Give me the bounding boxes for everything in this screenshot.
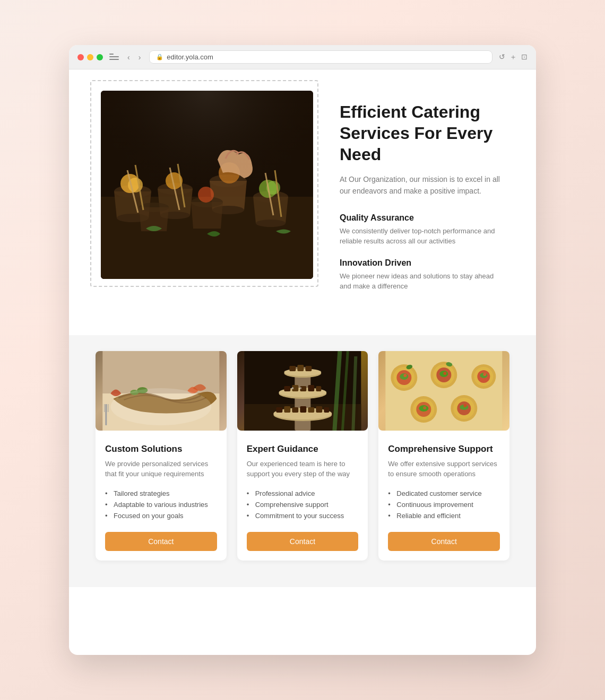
card-2-title: Expert Guidance — [247, 444, 359, 454]
svg-rect-58 — [324, 407, 329, 413]
svg-rect-29 — [104, 404, 105, 412]
svg-rect-30 — [106, 404, 107, 412]
card-custom-solutions: Custom Solutions We provide personalized… — [96, 351, 227, 561]
browser-content: Efficient Catering Services For Every Ne… — [69, 69, 536, 587]
share-button[interactable]: ⊡ — [521, 52, 528, 62]
svg-rect-25 — [101, 91, 313, 279]
browser-nav-controls: ‹ › — [125, 52, 143, 63]
browser-window: ‹ › 🔒 editor.yola.com ↺ ＋ ⊡ — [69, 45, 536, 655]
lock-icon: 🔒 — [156, 54, 163, 60]
card-1-desc: We provide personalized services that fi… — [105, 459, 217, 479]
browser-actions: ↺ ＋ ⊡ — [499, 52, 528, 62]
feature-quality-title: Quality Assurance — [340, 213, 504, 223]
list-item: Adaptable to various industries — [105, 499, 217, 510]
hero-title: Efficient Catering Services For Every Ne… — [340, 101, 504, 165]
list-item: Focused on your goals — [105, 510, 217, 521]
list-item: Professional advice — [247, 488, 359, 499]
minimize-button[interactable] — [87, 54, 93, 60]
card-3-list: Dedicated customer service Continuous im… — [388, 488, 500, 521]
browser-toolbar: ‹ › 🔒 editor.yola.com ↺ ＋ ⊡ — [69, 45, 536, 69]
cards-section: Custom Solutions We provide personalized… — [69, 335, 536, 587]
card-image-3 — [378, 351, 509, 431]
traffic-lights — [77, 54, 103, 60]
list-item: Comprehensive support — [247, 499, 359, 510]
hero-image — [101, 91, 313, 279]
card-3-body: Comprehensive Support We offer extensive… — [378, 433, 509, 561]
feature-innovation: Innovation Driven We pioneer new ideas a… — [340, 258, 504, 292]
card-1-body: Custom Solutions We provide personalized… — [96, 433, 227, 561]
list-item: Commitment to your success — [247, 510, 359, 521]
close-button[interactable] — [77, 54, 84, 60]
hero-image-container — [101, 91, 313, 279]
svg-rect-53 — [284, 406, 290, 413]
card-2-contact-button[interactable]: Contact — [247, 532, 359, 551]
card-1-list: Tailored strategies Adaptable to various… — [105, 488, 217, 521]
card-image-2 — [237, 351, 368, 431]
feature-quality: Quality Assurance We consistently delive… — [340, 213, 504, 247]
card-2-list: Professional advice Comprehensive suppor… — [247, 488, 359, 521]
forward-button[interactable]: › — [136, 52, 143, 63]
svg-point-87 — [444, 372, 447, 375]
svg-rect-47 — [284, 386, 290, 391]
reload-button[interactable]: ↺ — [499, 52, 505, 62]
list-item: Dedicated customer service — [388, 488, 500, 499]
card-2-desc: Our experienced team is here to support … — [247, 459, 359, 479]
svg-point-89 — [464, 404, 467, 407]
svg-point-60 — [299, 387, 301, 389]
maximize-button[interactable] — [97, 54, 103, 60]
feature-innovation-desc: We pioneer new ideas and solutions to st… — [340, 271, 504, 292]
feature-innovation-title: Innovation Driven — [340, 258, 504, 268]
svg-point-59 — [291, 387, 293, 389]
back-button[interactable]: ‹ — [125, 52, 132, 63]
cards-grid: Custom Solutions We provide personalized… — [96, 351, 509, 561]
card-comprehensive-support: Comprehensive Support We offer extensive… — [378, 351, 509, 561]
card-1-contact-button[interactable]: Contact — [105, 532, 217, 551]
card-1-title: Custom Solutions — [105, 444, 217, 454]
hero-section: Efficient Catering Services For Every Ne… — [69, 69, 536, 335]
list-item: Continuous improvement — [388, 499, 500, 510]
card-expert-guidance: Expert Guidance Our experienced team is … — [237, 351, 368, 561]
hero-text: Efficient Catering Services For Every Ne… — [340, 91, 504, 303]
list-item: Tailored strategies — [105, 488, 217, 499]
add-tab-button[interactable]: ＋ — [509, 52, 517, 62]
url-text: editor.yola.com — [167, 53, 213, 61]
card-image-1 — [96, 351, 227, 431]
svg-rect-54 — [292, 407, 298, 413]
svg-rect-57 — [316, 406, 322, 413]
address-bar[interactable]: 🔒 editor.yola.com — [149, 50, 492, 64]
sidebar-toggle-icon[interactable] — [109, 54, 119, 61]
svg-point-81 — [424, 406, 427, 409]
svg-rect-45 — [297, 365, 304, 371]
svg-point-34 — [110, 388, 211, 425]
svg-rect-52 — [276, 407, 282, 413]
card-3-desc: We offer extensive support services to e… — [388, 459, 500, 479]
svg-point-88 — [483, 373, 487, 376]
svg-rect-51 — [316, 386, 321, 391]
svg-rect-55 — [300, 406, 306, 413]
svg-rect-50 — [308, 385, 314, 391]
card-3-contact-button[interactable]: Contact — [388, 532, 500, 551]
svg-point-86 — [404, 374, 407, 377]
svg-rect-31 — [108, 404, 108, 412]
card-2-body: Expert Guidance Our experienced team is … — [237, 433, 368, 561]
food-illustration — [101, 91, 313, 279]
svg-rect-44 — [289, 366, 296, 371]
feature-quality-desc: We consistently deliver top-notch perfor… — [340, 226, 504, 247]
svg-rect-56 — [308, 407, 314, 413]
list-item: Reliable and efficient — [388, 510, 500, 521]
svg-rect-46 — [305, 366, 312, 371]
hero-subtitle: At Our Organization, our mission is to e… — [340, 173, 504, 197]
card-3-title: Comprehensive Support — [388, 444, 500, 454]
